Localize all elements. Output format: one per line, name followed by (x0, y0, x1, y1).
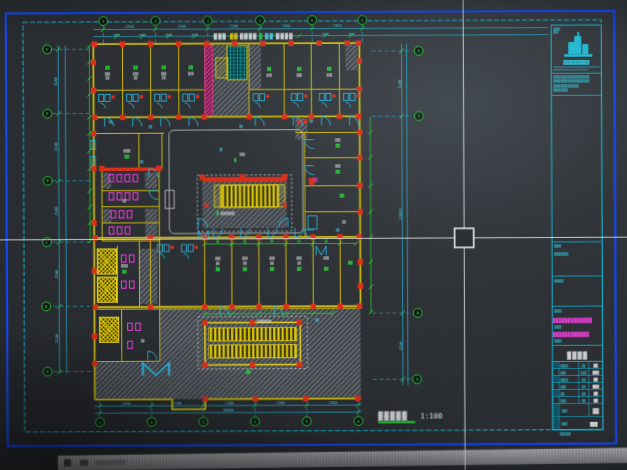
svg-text:▒▒▒: ▒▒▒ (335, 164, 341, 168)
svg-text:▓▓: ▓▓ (265, 32, 274, 40)
svg-text:▒▒: ▒▒ (162, 76, 166, 80)
svg-text:▒▒: ▒▒ (324, 239, 328, 243)
svg-text:▒▒▒: ▒▒▒ (553, 30, 559, 34)
svg-text:▒▒: ▒▒ (122, 199, 126, 203)
svg-text:7200: 7200 (55, 270, 59, 279)
svg-text:▒▒: ▒▒ (216, 239, 220, 243)
svg-text:▒▒▒: ▒▒▒ (266, 74, 272, 78)
svg-text:▒▒: ▒▒ (239, 124, 243, 128)
svg-text:3600: 3600 (165, 32, 172, 36)
svg-text:▓▓▓: ▓▓▓ (214, 33, 227, 41)
svg-text:7200: 7200 (55, 334, 59, 343)
svg-text:▒▒: ▒▒ (582, 364, 586, 368)
photo-tilt-wrapper: 7200 7200 7200 7200 7200 3600 3600 3600 … (0, 0, 627, 470)
svg-text:▓▓▓: ▓▓▓ (593, 370, 600, 375)
footer-note: ▒▒▒▒▒▒ (560, 432, 571, 436)
svg-text:▒▒: ▒▒ (141, 339, 145, 343)
svg-text:▒▒▒▒▒▒▒▒: ▒▒▒▒▒▒▒▒ (553, 88, 568, 92)
svg-text:▒▒: ▒▒ (582, 399, 586, 403)
svg-text:▓: ▓ (259, 32, 263, 40)
svg-text:3600: 3600 (113, 33, 120, 37)
cad-canvas[interactable]: 7200 7200 7200 7200 7200 3600 3600 3600 … (0, 0, 627, 470)
svg-text:▒▒: ▒▒ (216, 262, 220, 266)
svg-text:▒▒: ▒▒ (243, 239, 247, 243)
svg-text:▒▒▒: ▒▒▒ (323, 256, 329, 260)
svg-text:▒▒: ▒▒ (134, 76, 138, 80)
svg-text:▒▒: ▒▒ (561, 392, 565, 396)
svg-text:▒▒▒▒▒: ▒▒▒▒▒ (554, 279, 563, 283)
svg-text:7200: 7200 (177, 25, 186, 29)
svg-text:▒▒: ▒▒ (315, 318, 319, 322)
svg-text:▓▓: ▓▓ (593, 408, 600, 415)
svg-text:3600: 3600 (322, 32, 329, 36)
svg-text:▒▒: ▒▒ (309, 120, 313, 124)
svg-text:▒▒▒: ▒▒▒ (269, 256, 275, 260)
svg-text:▒▒▒: ▒▒▒ (562, 422, 568, 426)
svg-text:▒▒▒▒: ▒▒▒▒ (123, 148, 130, 152)
svg-text:36000: 36000 (223, 409, 234, 413)
svg-text:▒▒▒▒: ▒▒▒▒ (561, 378, 568, 382)
svg-text:▓▓▓▓: ▓▓▓▓ (240, 32, 258, 40)
svg-text:▒▒: ▒▒ (219, 147, 223, 151)
svg-text:▒▒▒▒▒▒▒▒: ▒▒▒▒▒▒▒▒ (554, 252, 569, 256)
svg-text:▒▒▒▒: ▒▒▒▒ (554, 244, 561, 248)
drawing-name: ▓▓▓▓ (567, 351, 588, 360)
svg-text:▒▒▒: ▒▒▒ (188, 72, 194, 76)
plan-title-text: ▓▓▓▓▓ (378, 410, 408, 420)
svg-text:▒▒: ▒▒ (582, 378, 586, 382)
svg-text:▒▒▒▒▒▒▒▒: ▒▒▒▒▒▒▒▒ (220, 211, 235, 215)
svg-text:7200: 7200 (399, 342, 403, 351)
svg-text:7200: 7200 (333, 24, 342, 28)
svg-text:3600: 3600 (191, 32, 198, 36)
elevator-shafts (97, 249, 118, 342)
svg-text:3600: 3600 (348, 32, 355, 36)
svg-text:▒▒▒▒: ▒▒▒▒ (121, 264, 128, 268)
svg-text:7200: 7200 (225, 401, 234, 405)
svg-text:▒▒: ▒▒ (342, 220, 346, 224)
svg-text:7200: 7200 (54, 77, 58, 86)
svg-text:▒▒: ▒▒ (106, 76, 110, 80)
svg-text:▒▒▒: ▒▒▒ (562, 409, 568, 413)
svg-text:▒▒▒▒▒▒▒▒: ▒▒▒▒▒▒▒▒ (257, 320, 272, 324)
title-underline (378, 421, 415, 423)
svg-text:7200: 7200 (173, 401, 182, 405)
svg-text:▒▒▒▒: ▒▒▒▒ (561, 364, 568, 368)
svg-text:▒▒▒: ▒▒▒ (335, 138, 341, 142)
svg-text:▒▒▒: ▒▒▒ (581, 371, 587, 375)
svg-text:▓▓▓▓: ▓▓▓▓ (276, 32, 294, 40)
svg-text:▒▒: ▒▒ (270, 239, 274, 243)
pickbox[interactable] (455, 228, 474, 247)
svg-text:▒▒: ▒▒ (140, 159, 144, 163)
svg-text:7200: 7200 (328, 401, 337, 405)
svg-text:▒▒▒▒▒▒▒▒▒▒▒▒▒▒▒▒▒▒▒▒: ▒▒▒▒▒▒▒▒▒▒▒▒▒▒▒▒▒▒▒▒ (553, 79, 589, 83)
plan-scale-text: 1:100 (420, 411, 442, 420)
svg-text:▓▓▓: ▓▓▓ (593, 384, 600, 389)
svg-text:▒▒: ▒▒ (297, 261, 301, 265)
svg-text:7200: 7200 (276, 401, 285, 405)
svg-text:7200: 7200 (398, 80, 402, 89)
svg-text:▒▒▒: ▒▒▒ (297, 73, 303, 77)
svg-text:▒▒▒: ▒▒▒ (296, 256, 302, 260)
svg-text:▒▒▒: ▒▒▒ (561, 399, 567, 403)
svg-text:▒▒: ▒▒ (582, 392, 586, 396)
svg-text:▓▓: ▓▓ (230, 33, 239, 41)
svg-text:▒▒▒: ▒▒▒ (215, 257, 221, 261)
svg-text:7200: 7200 (55, 142, 59, 151)
svg-text:7200: 7200 (55, 207, 59, 216)
svg-text:▒▒▒▒: ▒▒▒▒ (554, 309, 561, 313)
svg-text:▒▒: ▒▒ (336, 228, 340, 232)
svg-text:▒▒: ▒▒ (270, 261, 274, 265)
svg-text:▒▒: ▒▒ (149, 124, 153, 128)
svg-text:▒▒▒: ▒▒▒ (242, 256, 248, 260)
svg-text:▒▒▒: ▒▒▒ (561, 371, 567, 375)
svg-text:▒▒▒: ▒▒▒ (561, 385, 567, 389)
svg-text:▒▒▒▒: ▒▒▒▒ (554, 339, 561, 343)
svg-text:7200: 7200 (122, 401, 131, 405)
svg-text:▒▒▒: ▒▒▒ (327, 73, 333, 77)
svg-text:▒▒: ▒▒ (582, 385, 586, 389)
svg-text:21600: 21600 (398, 209, 402, 220)
svg-text:▒▒: ▒▒ (109, 120, 113, 124)
svg-text:7200: 7200 (125, 25, 134, 29)
svg-text:▒▒: ▒▒ (297, 239, 301, 243)
svg-text:7200: 7200 (229, 24, 238, 28)
